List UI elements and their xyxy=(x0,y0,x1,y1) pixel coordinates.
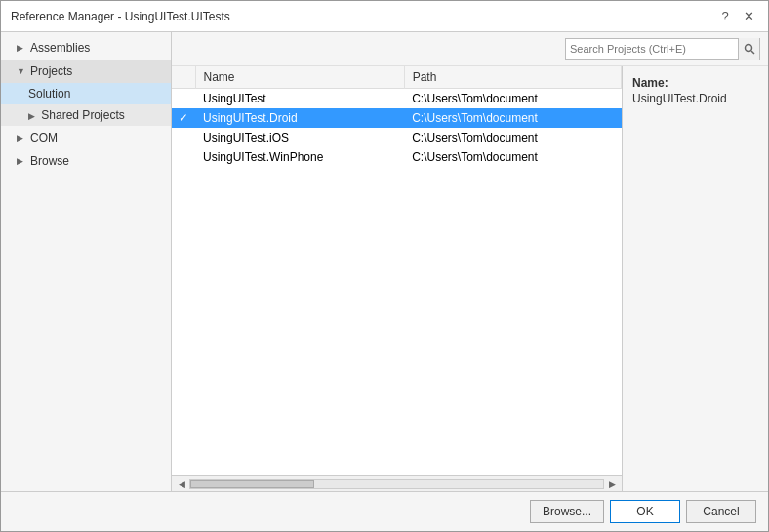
row-check-cell[interactable]: ✓ xyxy=(172,108,195,128)
title-bar-buttons: ? ✕ xyxy=(715,7,758,26)
row-check-cell[interactable] xyxy=(172,89,195,109)
cancel-button[interactable]: Cancel xyxy=(686,500,756,523)
title-bar: Reference Manager - UsingUITest.UITests … xyxy=(1,1,768,32)
close-button[interactable]: ✕ xyxy=(739,7,758,26)
bottom-bar: Browse... OK Cancel xyxy=(1,491,768,531)
sidebar-item-solution[interactable]: Solution xyxy=(1,83,171,104)
row-path: C:\Users\Tom\document xyxy=(404,147,621,167)
sidebar-item-browse-label: Browse xyxy=(30,154,69,168)
row-path: C:\Users\Tom\document xyxy=(404,108,621,128)
scroll-thumb[interactable] xyxy=(190,480,314,488)
scroll-right-arrow[interactable]: ▶ xyxy=(604,477,620,491)
table-row[interactable]: UsingUITest.iOSC:\Users\Tom\document xyxy=(172,128,622,147)
col-header-name: Name xyxy=(195,66,404,89)
content-area: ▶ Assemblies ▼ Projects Solution ▶ Share… xyxy=(1,32,768,491)
table-row[interactable]: UsingUITestC:\Users\Tom\document xyxy=(172,89,622,109)
col-header-path: Path xyxy=(404,66,621,89)
chevron-right-icon-com: ▶ xyxy=(17,133,26,143)
scroll-left-arrow[interactable]: ◀ xyxy=(174,477,189,491)
main-panel: Name Path UsingUITestC:\Users\Tom\docume… xyxy=(172,32,768,491)
chevron-right-icon-browse: ▶ xyxy=(17,156,26,166)
info-panel: Name: UsingUITest.Droid xyxy=(622,66,768,491)
row-path: C:\Users\Tom\document xyxy=(404,89,621,109)
horizontal-scrollbar[interactable]: ◀ ▶ xyxy=(172,475,622,491)
sidebar-item-projects[interactable]: ▼ Projects xyxy=(1,60,171,83)
sidebar-item-com-label: COM xyxy=(30,131,58,144)
info-name-label: Name: xyxy=(632,76,758,90)
toolbar-row xyxy=(172,32,768,66)
svg-line-1 xyxy=(751,51,754,54)
projects-table: Name Path UsingUITestC:\Users\Tom\docume… xyxy=(172,66,622,167)
sidebar-item-browse[interactable]: ▶ Browse xyxy=(1,149,171,173)
chevron-right-icon: ▶ xyxy=(17,43,26,53)
help-button[interactable]: ? xyxy=(715,7,735,26)
table-row[interactable]: ✓UsingUITest.DroidC:\Users\Tom\document xyxy=(172,108,622,128)
sidebar-item-com[interactable]: ▶ COM xyxy=(1,126,171,149)
info-name-value: UsingUITest.Droid xyxy=(632,92,758,105)
row-name: UsingUITest.WinPhone xyxy=(195,147,404,167)
row-check-cell[interactable] xyxy=(172,147,195,167)
check-icon: ✓ xyxy=(179,111,188,125)
row-path: C:\Users\Tom\document xyxy=(404,128,621,147)
sidebar-item-assemblies[interactable]: ▶ Assemblies xyxy=(1,36,171,60)
search-input[interactable] xyxy=(566,43,738,55)
reference-manager-dialog: Reference Manager - UsingUITest.UITests … xyxy=(0,0,769,532)
sidebar-item-projects-label: Projects xyxy=(30,64,72,78)
dialog-title: Reference Manager - UsingUITest.UITests xyxy=(11,10,230,23)
browse-button[interactable]: Browse... xyxy=(530,500,604,523)
row-name: UsingUITest xyxy=(195,89,404,109)
chevron-right-icon-shared: ▶ xyxy=(28,111,38,121)
sidebar-item-shared-projects[interactable]: ▶ Shared Projects xyxy=(1,104,171,126)
col-header-check xyxy=(172,66,195,89)
search-box[interactable] xyxy=(565,38,760,60)
svg-point-0 xyxy=(745,45,751,52)
sidebar: ▶ Assemblies ▼ Projects Solution ▶ Share… xyxy=(1,32,172,491)
row-check-cell[interactable] xyxy=(172,128,195,147)
table-row[interactable]: UsingUITest.WinPhoneC:\Users\Tom\documen… xyxy=(172,147,622,167)
table-area: Name Path UsingUITestC:\Users\Tom\docume… xyxy=(172,66,622,475)
ok-button[interactable]: OK xyxy=(610,500,680,523)
sidebar-item-solution-label: Solution xyxy=(28,87,70,101)
scroll-track[interactable] xyxy=(189,479,604,489)
sidebar-item-assemblies-label: Assemblies xyxy=(30,41,90,55)
chevron-down-icon: ▼ xyxy=(17,66,26,76)
row-name: UsingUITest.Droid xyxy=(195,108,404,128)
sidebar-item-shared-projects-label: Shared Projects xyxy=(41,108,124,122)
row-name: UsingUITest.iOS xyxy=(195,128,404,147)
search-icon[interactable] xyxy=(738,38,759,60)
